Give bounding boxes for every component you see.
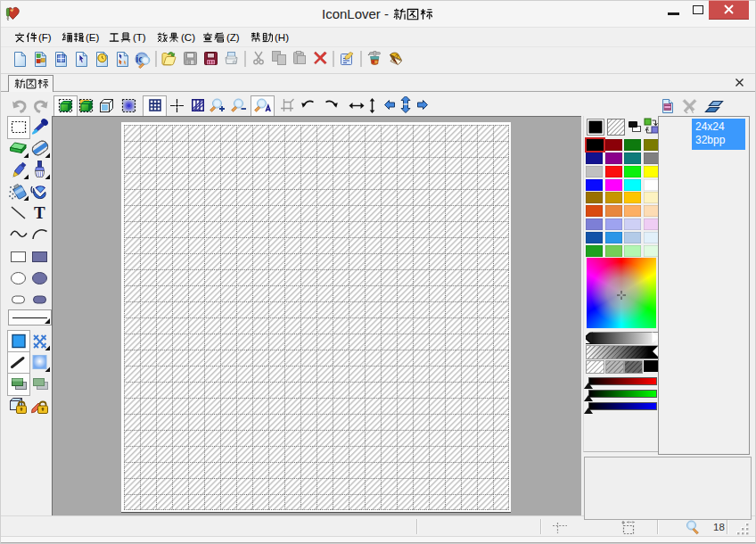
svg-text:T: T — [34, 203, 45, 222]
